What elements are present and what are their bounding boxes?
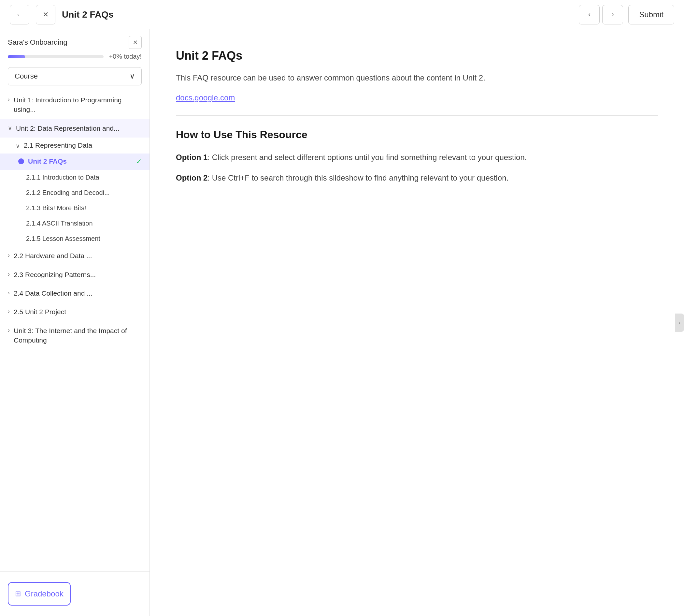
- progress-label: +0% today!: [109, 53, 142, 60]
- close-button[interactable]: ✕: [36, 5, 55, 24]
- option2-row: Option 2: Use Ctrl+F to search through t…: [176, 172, 658, 184]
- option1-label: Option 1: [176, 153, 207, 162]
- collapse-icon: ‹: [679, 320, 680, 326]
- sidebar-item-lesson-213[interactable]: 2.1.3 Bits! More Bits!: [0, 200, 150, 216]
- gradebook-icon: ⊞: [15, 590, 21, 598]
- content-link[interactable]: docs.google.com: [176, 93, 658, 102]
- check-icon: ✓: [136, 157, 142, 166]
- prev-button[interactable]: ‹: [579, 5, 600, 24]
- sidebar-item-unit3[interactable]: › Unit 3: The Internet and the Impact of…: [0, 321, 150, 350]
- chevron-right-icon-unit3: ›: [8, 327, 10, 334]
- sidebar-item-section23[interactable]: › 2.3 Recognizing Patterns...: [0, 265, 150, 284]
- progress-bar-fill: [8, 55, 25, 58]
- section22-label: 2.2 Hardware and Data ...: [14, 251, 92, 260]
- next-button[interactable]: ›: [602, 5, 623, 24]
- sidebar-item-section24[interactable]: › 2.4 Data Collection and ...: [0, 284, 150, 303]
- course-dropdown-label: Course: [15, 72, 38, 81]
- how-to-use-title: How to Use This Resource: [176, 129, 658, 141]
- lesson-213-label: 2.1.3 Bits! More Bits!: [26, 204, 86, 212]
- sidebar-item-lesson-211[interactable]: 2.1.1 Introduction to Data: [0, 170, 150, 185]
- active-indicator: [18, 158, 24, 164]
- sidebar-item-lesson-215[interactable]: 2.1.5 Lesson Assessment: [0, 231, 150, 246]
- progress-row: +0% today!: [8, 53, 142, 60]
- unit3-label: Unit 3: The Internet and the Impact of C…: [14, 326, 142, 345]
- top-header: ← ✕ Unit 2 FAQs ‹ › Submit: [0, 0, 684, 29]
- sidebar-bottom: ⊞ Gradebook: [0, 571, 150, 616]
- sidebar-item-lesson-214[interactable]: 2.1.4 ASCII Translation: [0, 216, 150, 231]
- onboarding-panel: Sara's Onboarding ✕ +0% today!: [0, 29, 150, 67]
- collapse-handle[interactable]: ‹: [675, 313, 684, 332]
- sidebar-item-lesson-212[interactable]: 2.1.2 Encoding and Decodi...: [0, 185, 150, 200]
- unit2-faqs-label: Unit 2 FAQs: [28, 157, 67, 165]
- lesson-211-label: 2.1.1 Introduction to Data: [26, 174, 99, 181]
- course-dropdown[interactable]: Course ∨: [8, 67, 142, 85]
- progress-bar-container: [8, 55, 104, 58]
- section24-label: 2.4 Data Collection and ...: [14, 288, 92, 298]
- chevron-right-icon-24: ›: [8, 289, 10, 296]
- lesson-212-label: 2.1.2 Encoding and Decodi...: [26, 189, 110, 196]
- chevron-right-icon: ›: [8, 96, 10, 103]
- chevron-right-icon-23: ›: [8, 271, 10, 278]
- main-layout: Sara's Onboarding ✕ +0% today! Course ∨: [0, 29, 684, 616]
- chevron-down-icon-21: ∨: [16, 142, 20, 150]
- content-description: This FAQ resource can be used to answer …: [176, 72, 658, 84]
- chevron-right-icon-25: ›: [8, 308, 10, 315]
- page-title: Unit 2 FAQs: [62, 9, 114, 20]
- lesson-214-label: 2.1.4 ASCII Translation: [26, 220, 93, 227]
- gradebook-button[interactable]: ⊞ Gradebook: [8, 582, 71, 606]
- section23-label: 2.3 Recognizing Patterns...: [14, 270, 96, 279]
- back-button[interactable]: ←: [10, 5, 29, 24]
- lesson-215-label: 2.1.5 Lesson Assessment: [26, 235, 100, 242]
- header-left: ← ✕ Unit 2 FAQs: [10, 5, 114, 24]
- chevron-down-icon: ∨: [8, 125, 12, 132]
- onboarding-close-button[interactable]: ✕: [129, 36, 142, 49]
- sidebar-item-unit1[interactable]: › Unit 1: Introduction to Programming us…: [0, 91, 150, 119]
- content-title: Unit 2 FAQs: [176, 49, 658, 63]
- prev-next-buttons: ‹ ›: [579, 5, 623, 24]
- section-divider: [176, 115, 658, 116]
- content-area: Unit 2 FAQs This FAQ resource can be use…: [150, 29, 684, 616]
- unit2-label: Unit 2: Data Representation and...: [16, 124, 119, 133]
- sidebar-item-unit2-faqs[interactable]: Unit 2 FAQs ✓: [0, 154, 150, 170]
- sidebar-item-section22[interactable]: › 2.2 Hardware and Data ...: [0, 246, 150, 265]
- header-right: ‹ › Submit: [579, 5, 674, 24]
- option2-text: : Use Ctrl+F to search through this slid…: [207, 173, 508, 182]
- onboarding-title: Sara's Onboarding: [8, 38, 67, 47]
- nav-tree: › Unit 1: Introduction to Programming us…: [0, 91, 150, 571]
- chevron-right-icon-22: ›: [8, 252, 10, 259]
- onboarding-header: Sara's Onboarding ✕: [8, 36, 142, 49]
- option1-text: : Click present and select different opt…: [207, 153, 527, 162]
- sidebar-item-section25[interactable]: › 2.5 Unit 2 Project: [0, 303, 150, 321]
- sidebar-item-section21[interactable]: ∨ 2.1 Representing Data: [0, 137, 150, 154]
- option1-row: Option 1: Click present and select diffe…: [176, 151, 658, 163]
- sidebar: Sara's Onboarding ✕ +0% today! Course ∨: [0, 29, 150, 616]
- section21-label: 2.1 Representing Data: [24, 141, 92, 149]
- section25-label: 2.5 Unit 2 Project: [14, 307, 66, 316]
- sidebar-item-unit2[interactable]: ∨ Unit 2: Data Representation and...: [0, 119, 150, 137]
- chevron-down-icon: ∨: [130, 72, 135, 81]
- submit-button[interactable]: Submit: [628, 5, 674, 24]
- gradebook-label: Gradebook: [25, 589, 64, 598]
- unit1-label: Unit 1: Introduction to Programming usin…: [14, 95, 142, 114]
- option2-label: Option 2: [176, 173, 207, 182]
